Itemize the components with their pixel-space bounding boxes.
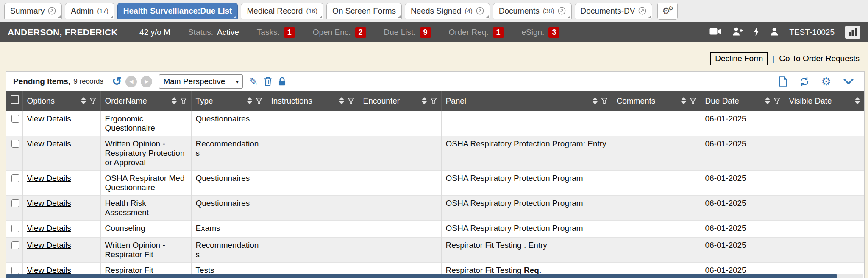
tab-health-surveillance-due-list[interactable]: Health Surveillance:Due List [117,3,238,19]
open-new-window-icon[interactable] [638,7,646,15]
horizontal-scrollbar-track[interactable] [6,274,863,278]
lightning-icon[interactable] [754,26,760,38]
view-details-link[interactable]: View Details [27,199,71,208]
sort-icon[interactable] [765,97,770,104]
sort-icon[interactable] [855,97,860,104]
new-document-icon[interactable] [779,76,787,87]
bar-chart-icon[interactable] [845,26,860,39]
undo-icon[interactable]: ↺ [112,76,122,87]
horizontal-scrollbar-thumb[interactable] [6,274,837,278]
view-details-link[interactable]: View Details [27,114,71,123]
grid-toolbar: Pending Items, 9 records ↺ ◀ ▶ Main Pers… [6,72,864,91]
go-to-order-requests-link[interactable]: Go To Order Requests [779,54,860,63]
col-visible-date: Visible Date [785,91,864,111]
status-value: Active [217,28,239,37]
select-all-header [6,91,22,111]
filter-icon[interactable] [601,98,608,104]
video-camera-icon[interactable] [709,28,721,37]
sort-icon[interactable] [339,97,344,104]
tab-admin[interactable]: Admin (17) [65,3,114,19]
tab-documents[interactable]: Documents (38) [493,3,572,19]
table-row: View Details Ergonomic Questionnaire Que… [6,111,864,136]
perspective-select[interactable]: Main Perspective ▾ [159,74,243,89]
header-row: Options OrderName Type Instructions Enco… [6,91,864,111]
col-panel: Panel [441,91,612,111]
order-req-badge[interactable]: 1 [493,27,504,38]
decline-form-button[interactable]: Decline Form [710,52,768,65]
settings-gear-icon[interactable]: ⚙ [821,76,831,87]
perspective-value: Main Perspective [163,77,225,86]
person-icon[interactable] [770,27,779,37]
user-id: TEST-10025 [789,28,835,37]
sort-icon[interactable] [172,97,177,104]
filter-icon[interactable] [430,98,437,104]
delete-trash-icon[interactable] [264,77,272,86]
table-row: View Details Health Risk Assessment Ques… [6,195,864,220]
add-person-icon[interactable] [732,27,743,38]
tab-medical-record[interactable]: Medical Record (16) [241,3,323,19]
row-checkbox[interactable] [11,241,19,249]
row-checkbox[interactable] [11,140,19,148]
tab-documents-dv[interactable]: Documents-DV [575,3,653,19]
sort-icon[interactable] [422,97,427,104]
filter-icon[interactable] [690,98,696,104]
refresh-icon[interactable] [799,76,810,87]
filter-icon[interactable] [773,98,780,104]
lock-icon[interactable] [278,77,286,86]
tasks-label: Tasks: [257,28,280,37]
sort-icon[interactable] [81,97,86,104]
table-row: View Details Written Opinion - Respirato… [6,237,864,262]
tab-settings-button[interactable]: ⚙ ⚙ [657,3,678,20]
filter-icon[interactable] [348,98,354,104]
filter-icon[interactable] [256,98,262,104]
col-encounter: Encounter [359,91,441,111]
sort-icon[interactable] [247,97,252,104]
tab-on-screen-forms[interactable]: On Screen Forms [326,3,402,19]
row-checkbox[interactable] [11,115,19,123]
col-comments: Comments [612,91,701,111]
previous-icon[interactable]: ◀ [125,76,137,87]
view-details-link[interactable]: View Details [27,241,71,250]
row-checkbox[interactable] [11,199,19,207]
patient-banner: ANDERSON, FREDERICK 42 y/o M Status: Act… [0,22,868,42]
link-separator: | [772,54,774,63]
tab-summary[interactable]: Summary [4,3,62,19]
col-options: Options [22,91,100,111]
open-new-window-icon[interactable] [558,7,566,15]
due-list-badge[interactable]: 9 [420,27,431,38]
edit-pencil-icon[interactable]: ✎ [249,76,258,87]
due-list-label: Due List: [384,28,416,37]
gears-icon-small: ⚙ [668,6,673,11]
tab-needs-signed[interactable]: Needs Signed (4) [405,3,490,19]
table-row: View Details OSHA Respirator Med Questio… [6,170,864,195]
row-checkbox[interactable] [11,225,19,232]
view-details-link[interactable]: View Details [27,174,71,183]
open-enc-badge[interactable]: 2 [355,27,366,38]
patient-age-sex: 42 y/o M [139,28,170,37]
page-action-links: Decline Form | Go To Order Requests [0,52,860,65]
collapse-chevron-icon[interactable] [843,78,854,85]
view-details-link[interactable]: View Details [27,224,71,233]
open-new-window-icon[interactable] [48,7,56,15]
open-new-window-icon[interactable] [476,7,484,15]
col-instructions: Instructions [267,91,359,111]
pending-items-grid: Pending Items, 9 records ↺ ◀ ▶ Main Pers… [6,71,865,278]
sort-icon[interactable] [593,97,598,104]
tasks-badge[interactable]: 1 [284,27,295,38]
filter-icon[interactable] [89,98,96,104]
filter-icon[interactable] [180,98,187,104]
patient-name: ANDERSON, FREDERICK [8,27,118,37]
select-all-checkbox[interactable] [11,95,19,104]
sort-icon[interactable] [681,97,686,104]
open-enc-label: Open Enc: [313,28,351,37]
row-checkbox[interactable] [11,174,19,182]
view-details-link[interactable]: View Details [27,139,71,148]
esign-badge[interactable]: 3 [548,27,559,38]
table-row: View Details Counseling Exams OSHA Respi… [6,220,864,237]
col-type: Type [191,91,267,111]
next-icon[interactable]: ▶ [141,76,152,87]
table-row: View Details Written Opinion - Respirato… [6,136,864,170]
row-checkbox[interactable] [11,267,19,274]
view-details-link[interactable]: View Details [27,266,71,275]
select-arrow-icon: ▾ [236,78,239,85]
